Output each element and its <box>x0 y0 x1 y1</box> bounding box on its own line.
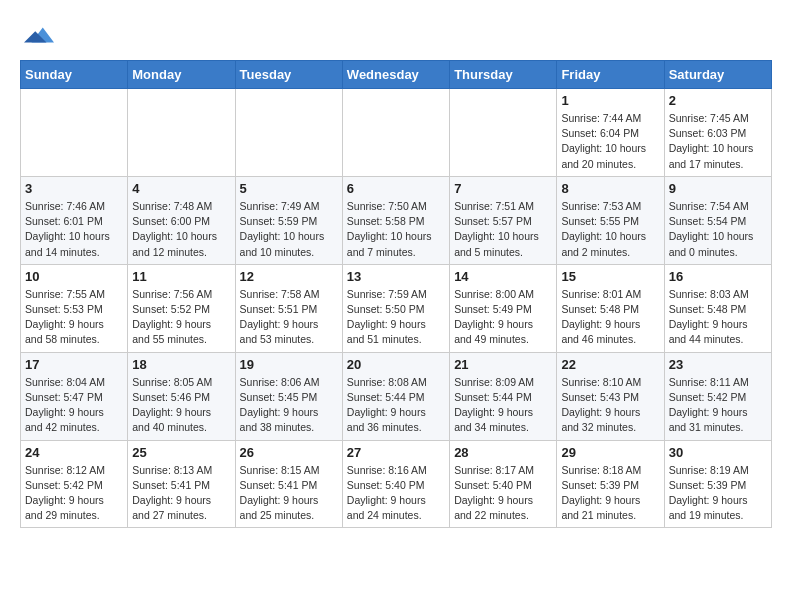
day-number: 5 <box>240 181 338 196</box>
day-cell: 6Sunrise: 7:50 AMSunset: 5:58 PMDaylight… <box>342 176 449 264</box>
day-cell: 17Sunrise: 8:04 AMSunset: 5:47 PMDayligh… <box>21 352 128 440</box>
day-number: 25 <box>132 445 230 460</box>
day-cell: 21Sunrise: 8:09 AMSunset: 5:44 PMDayligh… <box>450 352 557 440</box>
day-number: 27 <box>347 445 445 460</box>
day-number: 19 <box>240 357 338 372</box>
day-cell: 19Sunrise: 8:06 AMSunset: 5:45 PMDayligh… <box>235 352 342 440</box>
day-info: Sunrise: 8:10 AMSunset: 5:43 PMDaylight:… <box>561 375 659 436</box>
day-info: Sunrise: 8:12 AMSunset: 5:42 PMDaylight:… <box>25 463 123 524</box>
day-info: Sunrise: 7:58 AMSunset: 5:51 PMDaylight:… <box>240 287 338 348</box>
day-cell: 9Sunrise: 7:54 AMSunset: 5:54 PMDaylight… <box>664 176 771 264</box>
day-number: 14 <box>454 269 552 284</box>
day-cell: 27Sunrise: 8:16 AMSunset: 5:40 PMDayligh… <box>342 440 449 528</box>
day-info: Sunrise: 7:53 AMSunset: 5:55 PMDaylight:… <box>561 199 659 260</box>
day-cell: 24Sunrise: 8:12 AMSunset: 5:42 PMDayligh… <box>21 440 128 528</box>
day-number: 28 <box>454 445 552 460</box>
day-number: 26 <box>240 445 338 460</box>
day-cell: 3Sunrise: 7:46 AMSunset: 6:01 PMDaylight… <box>21 176 128 264</box>
week-row-5: 24Sunrise: 8:12 AMSunset: 5:42 PMDayligh… <box>21 440 772 528</box>
day-cell: 15Sunrise: 8:01 AMSunset: 5:48 PMDayligh… <box>557 264 664 352</box>
day-number: 6 <box>347 181 445 196</box>
calendar-header-row: SundayMondayTuesdayWednesdayThursdayFrid… <box>21 61 772 89</box>
day-number: 9 <box>669 181 767 196</box>
day-number: 1 <box>561 93 659 108</box>
day-number: 3 <box>25 181 123 196</box>
day-number: 29 <box>561 445 659 460</box>
day-cell: 8Sunrise: 7:53 AMSunset: 5:55 PMDaylight… <box>557 176 664 264</box>
day-info: Sunrise: 8:05 AMSunset: 5:46 PMDaylight:… <box>132 375 230 436</box>
day-number: 10 <box>25 269 123 284</box>
day-cell: 16Sunrise: 8:03 AMSunset: 5:48 PMDayligh… <box>664 264 771 352</box>
day-cell <box>450 89 557 177</box>
day-number: 23 <box>669 357 767 372</box>
day-info: Sunrise: 8:18 AMSunset: 5:39 PMDaylight:… <box>561 463 659 524</box>
day-cell: 30Sunrise: 8:19 AMSunset: 5:39 PMDayligh… <box>664 440 771 528</box>
day-info: Sunrise: 7:44 AMSunset: 6:04 PMDaylight:… <box>561 111 659 172</box>
day-info: Sunrise: 8:03 AMSunset: 5:48 PMDaylight:… <box>669 287 767 348</box>
header <box>20 20 772 50</box>
day-number: 21 <box>454 357 552 372</box>
day-info: Sunrise: 8:06 AMSunset: 5:45 PMDaylight:… <box>240 375 338 436</box>
day-info: Sunrise: 8:00 AMSunset: 5:49 PMDaylight:… <box>454 287 552 348</box>
day-header-wednesday: Wednesday <box>342 61 449 89</box>
day-cell: 1Sunrise: 7:44 AMSunset: 6:04 PMDaylight… <box>557 89 664 177</box>
day-cell: 18Sunrise: 8:05 AMSunset: 5:46 PMDayligh… <box>128 352 235 440</box>
day-cell <box>21 89 128 177</box>
day-number: 4 <box>132 181 230 196</box>
day-cell: 23Sunrise: 8:11 AMSunset: 5:42 PMDayligh… <box>664 352 771 440</box>
day-cell: 20Sunrise: 8:08 AMSunset: 5:44 PMDayligh… <box>342 352 449 440</box>
day-header-saturday: Saturday <box>664 61 771 89</box>
day-info: Sunrise: 8:17 AMSunset: 5:40 PMDaylight:… <box>454 463 552 524</box>
day-header-tuesday: Tuesday <box>235 61 342 89</box>
day-info: Sunrise: 7:48 AMSunset: 6:00 PMDaylight:… <box>132 199 230 260</box>
day-info: Sunrise: 8:13 AMSunset: 5:41 PMDaylight:… <box>132 463 230 524</box>
week-row-1: 1Sunrise: 7:44 AMSunset: 6:04 PMDaylight… <box>21 89 772 177</box>
day-cell: 2Sunrise: 7:45 AMSunset: 6:03 PMDaylight… <box>664 89 771 177</box>
day-info: Sunrise: 8:16 AMSunset: 5:40 PMDaylight:… <box>347 463 445 524</box>
day-cell <box>128 89 235 177</box>
day-cell: 10Sunrise: 7:55 AMSunset: 5:53 PMDayligh… <box>21 264 128 352</box>
day-number: 22 <box>561 357 659 372</box>
day-info: Sunrise: 7:56 AMSunset: 5:52 PMDaylight:… <box>132 287 230 348</box>
day-number: 13 <box>347 269 445 284</box>
week-row-2: 3Sunrise: 7:46 AMSunset: 6:01 PMDaylight… <box>21 176 772 264</box>
day-number: 18 <box>132 357 230 372</box>
day-cell <box>342 89 449 177</box>
day-cell: 12Sunrise: 7:58 AMSunset: 5:51 PMDayligh… <box>235 264 342 352</box>
day-cell: 7Sunrise: 7:51 AMSunset: 5:57 PMDaylight… <box>450 176 557 264</box>
day-cell: 4Sunrise: 7:48 AMSunset: 6:00 PMDaylight… <box>128 176 235 264</box>
day-number: 20 <box>347 357 445 372</box>
day-info: Sunrise: 7:46 AMSunset: 6:01 PMDaylight:… <box>25 199 123 260</box>
day-number: 2 <box>669 93 767 108</box>
day-info: Sunrise: 8:19 AMSunset: 5:39 PMDaylight:… <box>669 463 767 524</box>
day-info: Sunrise: 8:01 AMSunset: 5:48 PMDaylight:… <box>561 287 659 348</box>
day-number: 7 <box>454 181 552 196</box>
day-info: Sunrise: 8:08 AMSunset: 5:44 PMDaylight:… <box>347 375 445 436</box>
day-header-thursday: Thursday <box>450 61 557 89</box>
day-cell: 22Sunrise: 8:10 AMSunset: 5:43 PMDayligh… <box>557 352 664 440</box>
day-info: Sunrise: 7:54 AMSunset: 5:54 PMDaylight:… <box>669 199 767 260</box>
day-cell: 5Sunrise: 7:49 AMSunset: 5:59 PMDaylight… <box>235 176 342 264</box>
day-cell: 11Sunrise: 7:56 AMSunset: 5:52 PMDayligh… <box>128 264 235 352</box>
day-info: Sunrise: 7:45 AMSunset: 6:03 PMDaylight:… <box>669 111 767 172</box>
week-row-3: 10Sunrise: 7:55 AMSunset: 5:53 PMDayligh… <box>21 264 772 352</box>
day-info: Sunrise: 8:15 AMSunset: 5:41 PMDaylight:… <box>240 463 338 524</box>
day-cell: 28Sunrise: 8:17 AMSunset: 5:40 PMDayligh… <box>450 440 557 528</box>
day-info: Sunrise: 7:50 AMSunset: 5:58 PMDaylight:… <box>347 199 445 260</box>
day-number: 8 <box>561 181 659 196</box>
day-number: 17 <box>25 357 123 372</box>
logo <box>20 20 54 50</box>
day-number: 30 <box>669 445 767 460</box>
day-cell: 13Sunrise: 7:59 AMSunset: 5:50 PMDayligh… <box>342 264 449 352</box>
day-cell: 26Sunrise: 8:15 AMSunset: 5:41 PMDayligh… <box>235 440 342 528</box>
day-info: Sunrise: 7:59 AMSunset: 5:50 PMDaylight:… <box>347 287 445 348</box>
day-number: 11 <box>132 269 230 284</box>
day-cell: 14Sunrise: 8:00 AMSunset: 5:49 PMDayligh… <box>450 264 557 352</box>
day-cell: 25Sunrise: 8:13 AMSunset: 5:41 PMDayligh… <box>128 440 235 528</box>
day-number: 24 <box>25 445 123 460</box>
week-row-4: 17Sunrise: 8:04 AMSunset: 5:47 PMDayligh… <box>21 352 772 440</box>
day-header-friday: Friday <box>557 61 664 89</box>
day-header-monday: Monday <box>128 61 235 89</box>
day-info: Sunrise: 7:49 AMSunset: 5:59 PMDaylight:… <box>240 199 338 260</box>
day-number: 15 <box>561 269 659 284</box>
